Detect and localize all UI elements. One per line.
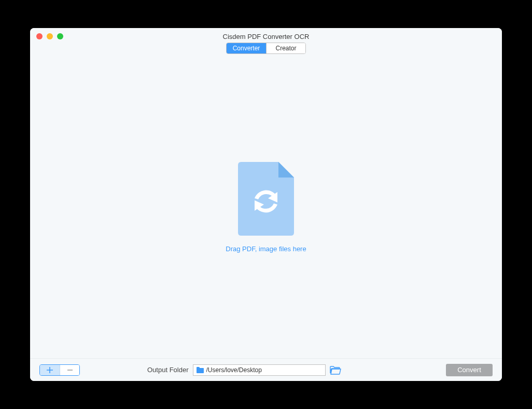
browse-folder-icon[interactable] xyxy=(330,365,341,375)
output-path-field[interactable]: /Users/love/Desktop xyxy=(193,364,326,376)
output-path-text: /Users/love/Desktop xyxy=(206,366,262,374)
minus-icon xyxy=(66,366,74,374)
bottom-toolbar: Output Folder /Users/love/Desktop Conver… xyxy=(30,358,502,381)
main-content: Drag PDF, image files here xyxy=(30,56,502,358)
add-remove-group xyxy=(39,364,80,376)
convert-button[interactable]: Convert xyxy=(446,364,493,376)
tab-converter[interactable]: Converter xyxy=(227,43,266,53)
titlebar: Cisdem PDF Converter OCR Converter Creat… xyxy=(30,28,502,56)
plus-icon xyxy=(46,366,54,374)
close-icon[interactable] xyxy=(36,33,43,39)
remove-button[interactable] xyxy=(60,365,79,375)
folder-icon xyxy=(197,367,204,373)
window-title: Cisdem PDF Converter OCR xyxy=(223,33,310,40)
mode-tabs: Converter Creator xyxy=(226,43,306,54)
dropzone[interactable]: Drag PDF, image files here xyxy=(226,162,306,253)
minimize-icon[interactable] xyxy=(47,33,53,39)
drag-hint-text: Drag PDF, image files here xyxy=(226,245,306,253)
output-folder-label: Output Folder xyxy=(147,366,189,374)
window-controls xyxy=(36,33,63,39)
app-window: Cisdem PDF Converter OCR Converter Creat… xyxy=(30,28,502,381)
output-folder-section: Output Folder /Users/love/Desktop xyxy=(147,364,341,376)
add-button[interactable] xyxy=(40,365,60,375)
tab-creator[interactable]: Creator xyxy=(266,43,305,53)
file-refresh-icon xyxy=(238,162,294,236)
maximize-icon[interactable] xyxy=(57,33,63,39)
